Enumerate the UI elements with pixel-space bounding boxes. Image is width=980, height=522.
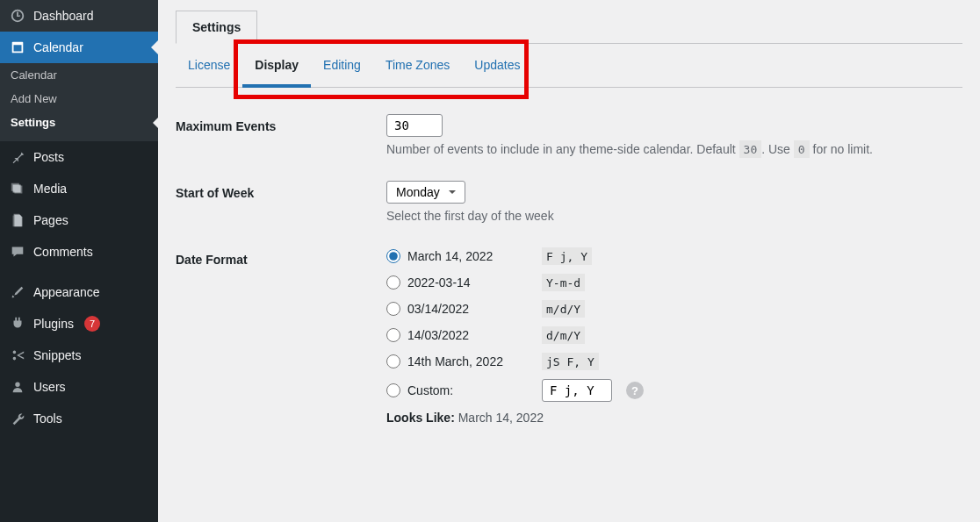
radio-input[interactable] [386,383,400,397]
radio-date-option-4[interactable]: 14th March, 2022 jS F, Y [386,353,962,370]
sidebar-item-users[interactable]: Users [0,371,158,403]
sidebar-item-label: Dashboard [33,9,94,23]
subtab-timezones[interactable]: Time Zones [373,44,462,88]
sidebar-item-comments[interactable]: Comments [0,236,158,268]
sidebar-submenu: Calendar Add New Settings [0,63,158,141]
radio-custom-label: Custom: [407,383,535,397]
sidebar-item-label: Comments [33,245,93,259]
pin-icon [9,148,26,166]
sidebar-item-appearance[interactable]: Appearance [0,276,158,308]
subtab-license[interactable]: License [176,44,242,88]
media-icon [9,180,26,197]
dashboard-icon [9,7,26,25]
radio-code: m/d/Y [542,300,585,318]
radio-code: jS F, Y [542,353,599,370]
sidebar-item-media[interactable]: Media [0,173,158,204]
radio-display: 14/03/2022 [407,328,535,342]
pages-icon [9,211,26,229]
help-maximum-events: Number of events to include in any theme… [386,142,962,156]
row-start-of-week: Start of Week Monday Select the first da… [176,181,962,223]
sidebar-item-label: Snippets [33,348,81,362]
radio-date-option-custom[interactable]: Custom: ? [386,379,962,402]
scissors-icon [9,347,26,364]
radio-date-option-1[interactable]: 2022-03-14 Y-m-d [386,274,962,291]
help-start-of-week: Select the first day of the week [386,209,962,223]
sidebar-item-tools[interactable]: Tools [0,403,158,434]
sidebar-item-pages[interactable]: Pages [0,204,158,236]
subtab-updates[interactable]: Updates [462,44,532,88]
label-start-of-week: Start of Week [176,181,386,200]
tab-settings[interactable]: Settings [176,11,257,44]
sidebar-item-label: Plugins [33,317,74,331]
label-date-format: Date Format [176,247,386,267]
help-icon[interactable]: ? [626,382,644,399]
input-maximum-events[interactable] [386,114,443,137]
sidebar-item-plugins[interactable]: Plugins 7 [0,308,158,340]
sidebar-item-label: Tools [33,411,62,425]
label-maximum-events: Maximum Events [176,114,386,133]
submenu-item-settings[interactable]: Settings [0,111,158,134]
brush-icon [9,283,26,301]
select-start-of-week[interactable]: Monday [386,181,465,204]
admin-sidebar: Dashboard Calendar Calendar Add New Sett… [0,0,158,522]
sidebar-item-label: Pages [33,213,68,227]
sidebar-item-snippets[interactable]: Snippets [0,340,158,371]
input-custom-date-format[interactable] [542,379,612,402]
radio-code: F j, Y [542,247,592,265]
main-content: Settings License Display Editing Time Zo… [158,0,980,522]
radio-input[interactable] [386,275,400,290]
sidebar-item-label: Users [33,380,66,394]
wrench-icon [9,410,26,427]
sidebar-item-posts[interactable]: Posts [0,141,158,173]
radio-code: d/m/Y [542,326,585,344]
radio-date-option-2[interactable]: 03/14/2022 m/d/Y [386,300,962,318]
sidebar-item-dashboard[interactable]: Dashboard [0,0,158,32]
sidebar-item-calendar[interactable]: Calendar [0,32,158,63]
sidebar-item-label: Calendar [33,40,83,54]
sidebar-item-label: Appearance [33,285,100,299]
user-icon [9,378,26,396]
radio-code: Y-m-d [542,274,585,291]
subtab-editing[interactable]: Editing [311,44,373,88]
radio-display: 03/14/2022 [407,302,535,316]
radio-input[interactable] [386,249,400,263]
submenu-item-add-new[interactable]: Add New [0,87,158,111]
primary-tabs: Settings [176,11,962,44]
radio-date-option-0[interactable]: March 14, 2022 F j, Y [386,247,962,265]
radio-display: 2022-03-14 [407,275,535,290]
radio-display: 14th March, 2022 [407,354,535,368]
row-maximum-events: Maximum Events Number of events to inclu… [176,114,962,156]
plug-icon [9,315,26,333]
radio-input[interactable] [386,328,400,342]
calendar-icon [9,39,26,56]
settings-form: Maximum Events Number of events to inclu… [176,88,962,425]
row-date-format: Date Format March 14, 2022 F j, Y 2022-0… [176,247,962,425]
sidebar-item-label: Media [33,182,67,196]
sidebar-item-label: Posts [33,150,64,164]
secondary-tabs: License Display Editing Time Zones Updat… [176,44,962,88]
comment-icon [9,243,26,261]
radio-input[interactable] [386,302,400,316]
update-badge: 7 [84,316,100,332]
radio-date-option-3[interactable]: 14/03/2022 d/m/Y [386,326,962,344]
subtab-display[interactable]: Display [242,44,311,88]
radio-display: March 14, 2022 [407,249,535,263]
date-format-preview: Looks Like: March 14, 2022 [386,411,962,425]
submenu-item-calendar[interactable]: Calendar [0,63,158,87]
radio-input[interactable] [386,354,400,368]
